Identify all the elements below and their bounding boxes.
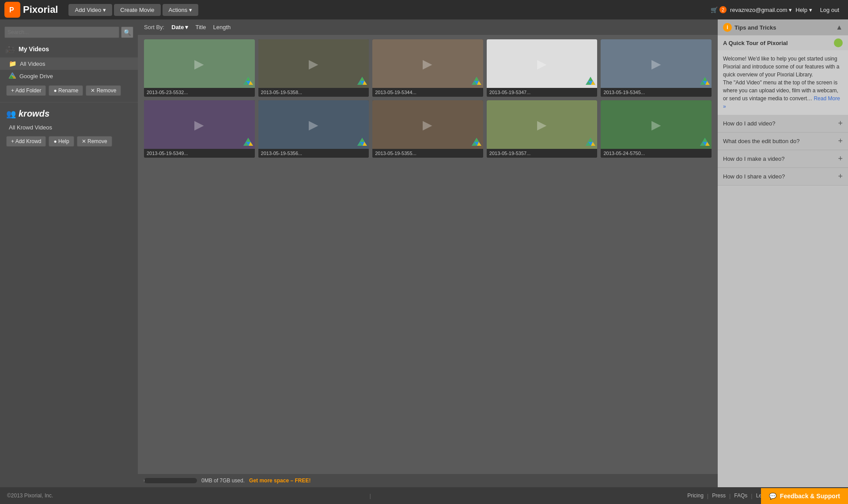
tour-title: A Quick Tour of Pixorial <box>723 40 788 46</box>
video-thumb-4[interactable]: ▶ 2013-05-19-5345... <box>601 39 712 97</box>
search-input[interactable] <box>4 27 119 38</box>
faq-label-3: How do I share a video? <box>723 173 785 180</box>
search-icon: 🔍 <box>124 29 131 36</box>
add-video-label: Add Video <box>75 7 101 13</box>
user-account-button[interactable]: revazrezo@gmail.com ▾ <box>730 7 792 13</box>
camera-icon: 🎥 <box>5 44 15 54</box>
sort-length-label: Length <box>213 24 231 30</box>
sort-by-title-button[interactable]: Title <box>195 24 206 30</box>
create-movie-button[interactable]: Create Movie <box>114 4 160 16</box>
tour-bar: A Quick Tour of Pixorial <box>718 35 848 50</box>
video-grid: ▶ 2013-05-23-5532...▶ 2013-05-19-5358...… <box>138 35 718 162</box>
my-videos-title: My Videos <box>19 45 49 53</box>
faq-label-1: What does the edit button do? <box>723 138 799 144</box>
rename-button[interactable]: ● Rename <box>49 85 83 96</box>
video-thumb-1[interactable]: ▶ 2013-05-19-5358... <box>258 39 369 97</box>
create-movie-label: Create Movie <box>120 7 154 13</box>
feedback-label: Feedback & Support <box>780 493 840 500</box>
add-folder-button[interactable]: + Add Folder <box>6 85 46 96</box>
feedback-button[interactable]: 💬 Feedback & Support <box>761 488 848 504</box>
add-folder-label: + Add Folder <box>11 87 41 94</box>
video-thumb-8[interactable]: ▶ 2013-05-19-5357... <box>487 100 598 158</box>
add-video-button[interactable]: Add Video ▾ <box>68 4 112 16</box>
main-content: Sort By: Date ▾ Title Length ▶ 2013-05-2… <box>138 19 718 487</box>
logo-text: Pixorial <box>23 4 58 15</box>
dropdown-arrow-icon: ▾ <box>103 7 106 13</box>
video-thumb-6[interactable]: ▶ 2013-05-19-5356... <box>258 100 369 158</box>
remove-krowd-button[interactable]: ✕ Remove <box>77 136 112 147</box>
video-thumb-5[interactable]: ▶ 2013-05-19-5349... <box>144 100 255 158</box>
google-drive-icon <box>9 72 16 80</box>
video-thumb-7[interactable]: ▶ 2013-05-19-5355... <box>372 100 483 158</box>
cart-badge: 2 <box>719 6 727 13</box>
tips-collapse-button[interactable]: ▲ <box>836 23 843 31</box>
google-drive-badge-5 <box>243 138 253 147</box>
faq-item-3[interactable]: How do I share a video?+ <box>718 168 848 186</box>
logout-label: Log out <box>820 7 839 13</box>
svg-marker-23 <box>703 77 707 81</box>
sidebar-item-google-drive[interactable]: Google Drive <box>0 70 138 83</box>
sort-by-date-button[interactable]: Date ▾ <box>171 24 188 30</box>
sort-by-label: Sort By: <box>144 24 164 30</box>
video-thumbnail-image-4: ▶ <box>601 39 712 88</box>
cart-button[interactable]: 🛒 2 <box>711 6 727 13</box>
sort-arrow-icon: ▾ <box>185 24 188 30</box>
krowd-help-label: ● Help <box>53 138 69 144</box>
sidebar-item-all-krowd-videos[interactable]: All Krowd Videos <box>0 121 138 133</box>
user-email-label: revazrezo@gmail.com <box>730 7 787 13</box>
folder-icon: 📁 <box>9 60 16 67</box>
get-more-space-link[interactable]: Get more space – FREE! <box>249 477 310 484</box>
footer-link-pricing[interactable]: Pricing <box>684 493 707 499</box>
top-navigation: P Pixorial Add Video ▾ Create Movie Acti… <box>0 0 848 19</box>
video-thumb-title-4: 2013-05-19-5345... <box>601 88 712 97</box>
video-thumb-title-8: 2013-05-19-5357... <box>487 149 598 158</box>
search-button[interactable]: 🔍 <box>121 27 133 38</box>
video-thumbnail-image-6: ▶ <box>258 100 369 149</box>
google-drive-badge-6 <box>357 138 367 147</box>
svg-text:P: P <box>9 6 14 14</box>
actions-button[interactable]: Actions ▾ <box>163 4 199 16</box>
svg-marker-11 <box>360 77 364 81</box>
video-thumbnail-image-1: ▶ <box>258 39 369 88</box>
footer-link-press[interactable]: Press <box>708 493 729 499</box>
google-drive-badge-7 <box>472 138 481 147</box>
all-videos-label: All Videos <box>20 61 45 67</box>
faq-item-1[interactable]: What does the edit button do?+ <box>718 133 848 150</box>
cart-icon: 🛒 <box>711 7 718 13</box>
tips-panel: i Tips and Tricks ▲ A Quick Tour of Pixo… <box>718 19 848 487</box>
video-thumb-9[interactable]: ▶ 2013-05-24-5750... <box>601 100 712 158</box>
google-drive-badge-3 <box>586 77 595 86</box>
video-thumb-0[interactable]: ▶ 2013-05-23-5532... <box>144 39 255 97</box>
sort-bar: Sort By: Date ▾ Title Length <box>138 19 718 35</box>
krowds-actions: + Add Krowd ● Help ✕ Remove <box>0 133 138 149</box>
tips-body: Welcome! We'd like to help you get start… <box>718 50 848 115</box>
krowds-people-icon: 👥 <box>6 109 16 119</box>
user-dropdown-icon: ▾ <box>789 7 792 13</box>
video-thumb-2[interactable]: ▶ 2013-05-19-5344... <box>372 39 483 97</box>
video-thumb-3[interactable]: ▶ 2013-05-19-5347... <box>487 39 598 97</box>
remove-button[interactable]: ✕ Remove <box>86 85 121 96</box>
tips-title: Tips and Tricks <box>734 24 776 31</box>
faq-item-0[interactable]: How do I add video?+ <box>718 115 848 133</box>
tour-status-badge <box>834 38 843 47</box>
svg-marker-19 <box>588 77 593 81</box>
sidebar-actions: + Add Folder ● Rename ✕ Remove <box>0 83 138 99</box>
footer-link-faqs[interactable]: FAQs <box>731 493 751 499</box>
video-thumb-title-7: 2013-05-19-5355... <box>372 149 483 158</box>
sort-date-label: Date <box>171 24 184 30</box>
sidebar-item-all-videos[interactable]: 📁 All Videos <box>0 57 138 70</box>
help-button[interactable]: Help ▾ <box>795 7 812 13</box>
tips-header: i Tips and Tricks ▲ <box>718 19 848 35</box>
faq-item-2[interactable]: How do I make a video?+ <box>718 150 848 168</box>
main-layout: 🔍 🎥 My Videos 📁 All Videos Google Drive <box>0 19 848 487</box>
add-krowd-button[interactable]: + Add Krowd <box>6 136 46 147</box>
logout-button[interactable]: Log out <box>816 4 844 16</box>
storage-text: 0MB of 7GB used. <box>201 477 245 484</box>
video-thumb-title-3: 2013-05-19-5347... <box>487 88 598 97</box>
svg-marker-39 <box>588 138 593 142</box>
sort-by-length-button[interactable]: Length <box>213 24 231 30</box>
video-thumbnail-image-9: ▶ <box>601 100 712 149</box>
my-videos-section-header: 🎥 My Videos <box>0 41 138 57</box>
tips-info-icon: i <box>723 23 732 32</box>
krowd-help-button[interactable]: ● Help <box>49 136 74 147</box>
